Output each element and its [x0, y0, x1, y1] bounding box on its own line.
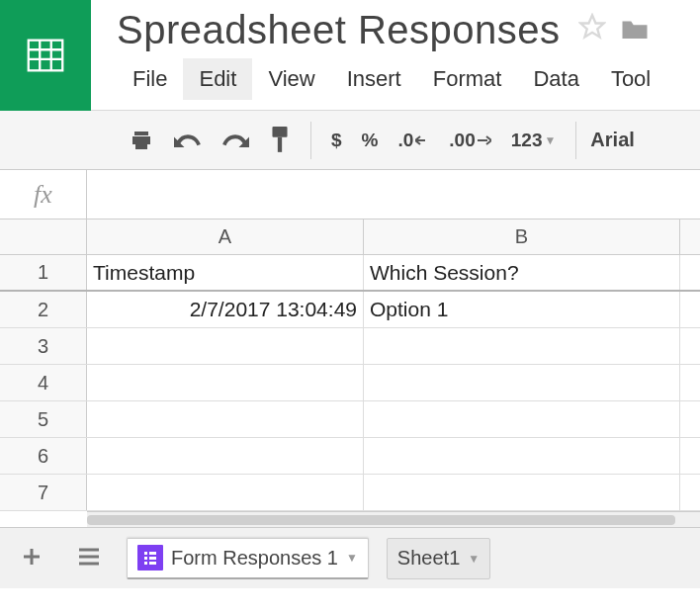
decrease-decimal-button[interactable]: .0	[388, 130, 439, 151]
row-7: 7	[0, 475, 700, 511]
cell-b2[interactable]: Option 1	[364, 292, 680, 327]
print-icon[interactable]	[119, 129, 164, 152]
svg-rect-18	[149, 562, 156, 565]
horizontal-scrollbar[interactable]	[87, 511, 700, 527]
cell-a2[interactable]: 2/7/2017 13:04:49	[87, 292, 364, 327]
cell-b1[interactable]: Which Session?	[364, 255, 680, 290]
menu-data[interactable]: Data	[517, 58, 594, 100]
row-3: 3	[0, 328, 700, 365]
menu-insert[interactable]: Insert	[331, 58, 417, 100]
row-6: 6	[0, 438, 700, 475]
row-header-7[interactable]: 7	[0, 475, 87, 510]
menu-edit[interactable]: Edit	[183, 58, 252, 100]
select-all-corner[interactable]	[0, 220, 87, 254]
sheet-tab-form-responses[interactable]: Form Responses 1 ▼	[127, 538, 369, 579]
cell-a3[interactable]	[87, 328, 364, 364]
row-header-3[interactable]: 3	[0, 328, 87, 364]
number-format-dropdown[interactable]: 123 ▼	[501, 130, 567, 151]
svg-rect-14	[149, 552, 156, 555]
svg-rect-17	[144, 562, 147, 565]
svg-rect-6	[272, 127, 287, 137]
row-header-4[interactable]: 4	[0, 365, 87, 400]
header: Spreadsheet Responses File Edit View Ins…	[0, 0, 700, 111]
cell-b3[interactable]	[364, 328, 680, 364]
sheet-tab-bar: Form Responses 1 ▼ Sheet1 ▼	[0, 527, 700, 588]
cell-a1[interactable]: Timestamp	[87, 255, 364, 290]
cell-b7[interactable]	[364, 475, 680, 510]
col-header-b[interactable]: B	[364, 220, 680, 254]
chevron-down-icon[interactable]: ▼	[468, 552, 480, 566]
folder-icon[interactable]	[620, 16, 650, 45]
currency-button[interactable]: $	[321, 130, 352, 151]
formula-bar: fx	[0, 170, 700, 220]
formula-input[interactable]	[87, 170, 700, 219]
redo-icon[interactable]	[212, 131, 259, 150]
menu-format[interactable]: Format	[417, 58, 518, 100]
svg-rect-0	[29, 41, 63, 71]
font-selector[interactable]: Arial	[576, 129, 648, 151]
star-icon[interactable]	[578, 13, 606, 47]
menu-bar: File Edit View Insert Format Data Tool	[117, 56, 700, 102]
row-1: 1 Timestamp Which Session?	[0, 255, 700, 292]
menu-file[interactable]: File	[117, 58, 183, 100]
row-4: 4	[0, 365, 700, 401]
spreadsheet-grid: A B 1 Timestamp Which Session? 2 2/7/201…	[0, 220, 700, 527]
sheet-tab-sheet1[interactable]: Sheet1 ▼	[387, 538, 490, 579]
svg-rect-16	[149, 557, 156, 560]
cell-a5[interactable]	[87, 401, 364, 437]
chevron-down-icon[interactable]: ▼	[346, 551, 358, 565]
cell-a7[interactable]	[87, 475, 364, 510]
menu-view[interactable]: View	[252, 58, 330, 100]
undo-icon[interactable]	[164, 131, 212, 150]
all-sheets-button[interactable]	[69, 541, 109, 576]
sheets-logo	[0, 0, 91, 111]
svg-rect-7	[278, 136, 282, 151]
col-header-a[interactable]: A	[87, 220, 364, 254]
menu-tools[interactable]: Tool	[595, 58, 666, 100]
svg-rect-13	[144, 552, 147, 555]
cell-a4[interactable]	[87, 365, 364, 400]
increase-decimal-button[interactable]: .00	[439, 130, 500, 151]
percent-button[interactable]: %	[352, 130, 389, 151]
row-header-6[interactable]: 6	[0, 438, 87, 474]
cell-a6[interactable]	[87, 438, 364, 474]
fx-label: fx	[0, 170, 87, 219]
doc-title[interactable]: Spreadsheet Responses	[117, 8, 561, 52]
toolbar: $ % .0 .00 123 ▼ Arial	[0, 111, 700, 170]
add-sheet-button[interactable]	[12, 539, 51, 578]
form-icon	[137, 545, 163, 571]
svg-marker-5	[580, 15, 603, 37]
row-header-1[interactable]: 1	[0, 255, 87, 290]
row-header-2[interactable]: 2	[0, 292, 87, 327]
row-5: 5	[0, 401, 700, 438]
sheet-tab-label: Sheet1	[397, 547, 460, 570]
cell-b5[interactable]	[364, 401, 680, 437]
paint-format-icon[interactable]	[259, 127, 301, 154]
cell-b4[interactable]	[364, 365, 680, 400]
row-header-5[interactable]: 5	[0, 401, 87, 437]
cell-b6[interactable]	[364, 438, 680, 474]
sheet-tab-label: Form Responses 1	[171, 547, 338, 570]
row-2: 2 2/7/2017 13:04:49 Option 1	[0, 292, 700, 328]
svg-rect-15	[144, 557, 147, 560]
